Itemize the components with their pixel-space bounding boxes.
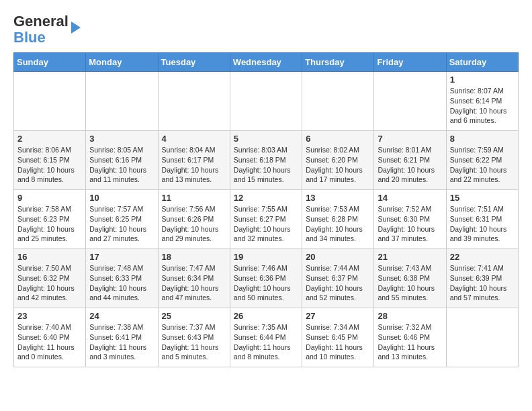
day-number: 2 <box>17 134 82 144</box>
day-number: 17 <box>89 252 154 262</box>
day-number: 20 <box>306 252 370 262</box>
day-info: Sunrise: 8:06 AMSunset: 6:15 PMDaylight:… <box>17 146 75 183</box>
day-info: Sunrise: 7:55 AMSunset: 6:27 PMDaylight:… <box>234 205 291 242</box>
day-info: Sunrise: 7:46 AMSunset: 6:36 PMDaylight:… <box>234 264 291 302</box>
calendar-cell: 15 Sunrise: 7:51 AMSunset: 6:31 PMDaylig… <box>446 190 518 249</box>
calendar-cell <box>86 72 158 131</box>
day-info: Sunrise: 8:05 AMSunset: 6:16 PMDaylight:… <box>89 146 146 183</box>
day-number: 12 <box>234 193 298 203</box>
calendar-cell: 9 Sunrise: 7:58 AMSunset: 6:23 PMDayligh… <box>14 190 86 249</box>
calendar-cell: 12 Sunrise: 7:55 AMSunset: 6:27 PMDaylig… <box>230 190 302 249</box>
weekday-header-saturday: Saturday <box>446 53 518 72</box>
day-info: Sunrise: 7:57 AMSunset: 6:25 PMDaylight:… <box>89 205 146 242</box>
calendar-cell: 5 Sunrise: 8:03 AMSunset: 6:18 PMDayligh… <box>230 131 302 190</box>
day-number: 23 <box>17 311 82 321</box>
day-number: 1 <box>450 75 515 85</box>
day-info: Sunrise: 7:35 AMSunset: 6:44 PMDaylight:… <box>234 323 291 361</box>
calendar-cell: 26 Sunrise: 7:35 AMSunset: 6:44 PMDaylig… <box>230 308 302 367</box>
day-info: Sunrise: 7:41 AMSunset: 6:39 PMDaylight:… <box>450 264 507 302</box>
calendar-cell <box>230 72 302 131</box>
weekday-header-friday: Friday <box>374 53 446 72</box>
day-info: Sunrise: 7:40 AMSunset: 6:40 PMDaylight:… <box>17 323 75 361</box>
day-info: Sunrise: 7:59 AMSunset: 6:22 PMDaylight:… <box>450 146 507 183</box>
day-info: Sunrise: 7:38 AMSunset: 6:41 PMDaylight:… <box>89 323 146 361</box>
day-number: 4 <box>162 134 226 144</box>
logo-general: General <box>13 13 69 30</box>
day-info: Sunrise: 8:07 AMSunset: 6:14 PMDaylight:… <box>450 87 507 124</box>
page-header: General Blue <box>13 13 519 46</box>
day-info: Sunrise: 7:44 AMSunset: 6:37 PMDaylight:… <box>306 264 363 302</box>
weekday-header-tuesday: Tuesday <box>158 53 230 72</box>
logo-arrow-icon <box>71 21 81 34</box>
calendar-cell: 24 Sunrise: 7:38 AMSunset: 6:41 PMDaylig… <box>86 308 158 367</box>
calendar-cell: 27 Sunrise: 7:34 AMSunset: 6:45 PMDaylig… <box>302 308 374 367</box>
calendar-cell: 13 Sunrise: 7:53 AMSunset: 6:28 PMDaylig… <box>302 190 374 249</box>
day-info: Sunrise: 7:43 AMSunset: 6:38 PMDaylight:… <box>378 264 435 302</box>
calendar-cell <box>374 72 446 131</box>
day-info: Sunrise: 7:56 AMSunset: 6:26 PMDaylight:… <box>162 205 219 242</box>
calendar-cell: 10 Sunrise: 7:57 AMSunset: 6:25 PMDaylig… <box>86 190 158 249</box>
day-number: 26 <box>234 311 298 321</box>
calendar-cell: 6 Sunrise: 8:02 AMSunset: 6:20 PMDayligh… <box>302 131 374 190</box>
calendar-cell: 14 Sunrise: 7:52 AMSunset: 6:30 PMDaylig… <box>374 190 446 249</box>
calendar-week-3: 9 Sunrise: 7:58 AMSunset: 6:23 PMDayligh… <box>14 190 519 249</box>
day-number: 9 <box>17 193 82 203</box>
day-number: 19 <box>234 252 298 262</box>
day-number: 8 <box>450 134 515 144</box>
calendar-cell: 23 Sunrise: 7:40 AMSunset: 6:40 PMDaylig… <box>14 308 86 367</box>
day-number: 24 <box>89 311 154 321</box>
day-number: 6 <box>306 134 370 144</box>
weekday-header-sunday: Sunday <box>14 53 86 72</box>
weekday-header-thursday: Thursday <box>302 53 374 72</box>
calendar-week-2: 2 Sunrise: 8:06 AMSunset: 6:15 PMDayligh… <box>14 131 519 190</box>
calendar-cell: 2 Sunrise: 8:06 AMSunset: 6:15 PMDayligh… <box>14 131 86 190</box>
calendar-cell: 7 Sunrise: 8:01 AMSunset: 6:21 PMDayligh… <box>374 131 446 190</box>
calendar-cell <box>158 72 230 131</box>
day-info: Sunrise: 7:34 AMSunset: 6:45 PMDaylight:… <box>306 323 363 361</box>
day-info: Sunrise: 8:02 AMSunset: 6:20 PMDaylight:… <box>306 146 363 183</box>
day-number: 5 <box>234 134 298 144</box>
day-number: 11 <box>162 193 226 203</box>
day-number: 13 <box>306 193 370 203</box>
day-number: 16 <box>17 252 82 262</box>
calendar-week-5: 23 Sunrise: 7:40 AMSunset: 6:40 PMDaylig… <box>14 308 519 367</box>
calendar-cell: 22 Sunrise: 7:41 AMSunset: 6:39 PMDaylig… <box>446 249 518 308</box>
calendar-cell: 3 Sunrise: 8:05 AMSunset: 6:16 PMDayligh… <box>86 131 158 190</box>
day-number: 25 <box>162 311 226 321</box>
day-number: 7 <box>378 134 442 144</box>
day-info: Sunrise: 7:52 AMSunset: 6:30 PMDaylight:… <box>378 205 435 242</box>
calendar-cell: 28 Sunrise: 7:32 AMSunset: 6:46 PMDaylig… <box>374 308 446 367</box>
day-info: Sunrise: 7:50 AMSunset: 6:32 PMDaylight:… <box>17 264 75 302</box>
logo: General Blue <box>13 13 81 46</box>
day-number: 18 <box>162 252 226 262</box>
weekday-header-wednesday: Wednesday <box>230 53 302 72</box>
day-info: Sunrise: 7:58 AMSunset: 6:23 PMDaylight:… <box>17 205 75 242</box>
calendar-cell: 1 Sunrise: 8:07 AMSunset: 6:14 PMDayligh… <box>446 72 518 131</box>
day-info: Sunrise: 7:53 AMSunset: 6:28 PMDaylight:… <box>306 205 363 242</box>
calendar-table: SundayMondayTuesdayWednesdayThursdayFrid… <box>13 52 519 367</box>
logo-blue: Blue <box>13 30 69 46</box>
calendar-week-4: 16 Sunrise: 7:50 AMSunset: 6:32 PMDaylig… <box>14 249 519 308</box>
day-number: 27 <box>306 311 370 321</box>
day-info: Sunrise: 8:04 AMSunset: 6:17 PMDaylight:… <box>162 146 219 183</box>
calendar-cell <box>14 72 86 131</box>
calendar-cell: 20 Sunrise: 7:44 AMSunset: 6:37 PMDaylig… <box>302 249 374 308</box>
calendar-cell: 16 Sunrise: 7:50 AMSunset: 6:32 PMDaylig… <box>14 249 86 308</box>
day-info: Sunrise: 7:48 AMSunset: 6:33 PMDaylight:… <box>89 264 146 302</box>
calendar-cell: 18 Sunrise: 7:47 AMSunset: 6:34 PMDaylig… <box>158 249 230 308</box>
calendar-cell <box>302 72 374 131</box>
day-info: Sunrise: 7:37 AMSunset: 6:43 PMDaylight:… <box>162 323 219 361</box>
day-info: Sunrise: 8:01 AMSunset: 6:21 PMDaylight:… <box>378 146 435 183</box>
day-number: 21 <box>378 252 442 262</box>
calendar-cell: 11 Sunrise: 7:56 AMSunset: 6:26 PMDaylig… <box>158 190 230 249</box>
day-number: 14 <box>378 193 442 203</box>
day-number: 22 <box>450 252 515 262</box>
calendar-cell <box>446 308 518 367</box>
weekday-header-monday: Monday <box>86 53 158 72</box>
calendar-cell: 8 Sunrise: 7:59 AMSunset: 6:22 PMDayligh… <box>446 131 518 190</box>
day-info: Sunrise: 7:47 AMSunset: 6:34 PMDaylight:… <box>162 264 219 302</box>
day-info: Sunrise: 7:51 AMSunset: 6:31 PMDaylight:… <box>450 205 507 242</box>
calendar-cell: 25 Sunrise: 7:37 AMSunset: 6:43 PMDaylig… <box>158 308 230 367</box>
calendar-cell: 19 Sunrise: 7:46 AMSunset: 6:36 PMDaylig… <box>230 249 302 308</box>
calendar-cell: 21 Sunrise: 7:43 AMSunset: 6:38 PMDaylig… <box>374 249 446 308</box>
